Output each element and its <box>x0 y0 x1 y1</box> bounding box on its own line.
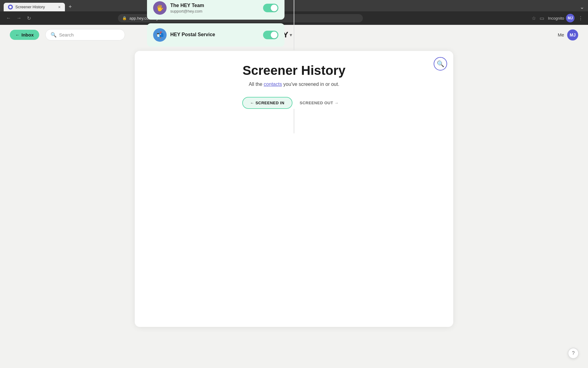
active-tab[interactable]: Screener History × <box>4 3 65 11</box>
tabs: ← SCREENED IN SCREENED OUT → <box>147 97 441 109</box>
contact-info-heyteam: The HEY Team support@hey.com <box>170 3 259 13</box>
avatar-heyteam: 🖐️ <box>153 1 167 15</box>
help-icon: ? <box>572 351 575 356</box>
screened-in-column <box>147 109 294 133</box>
search-icon: 🔍 <box>51 32 57 38</box>
content-card: 🔍 Screener History All the contacts you'… <box>135 51 453 327</box>
incognito-label: Incognito <box>548 16 564 21</box>
tab-screened-out[interactable]: SCREENED OUT → <box>292 97 346 109</box>
contact-name: HEY Postal Service <box>170 32 259 37</box>
sidebar-icon[interactable]: ▭ <box>540 15 544 21</box>
timeline <box>147 109 441 133</box>
avatar-icon: 🖐️ <box>156 4 164 12</box>
page-subtitle: All the contacts you've screened in or o… <box>147 82 441 87</box>
contact-email: support@hey.com <box>170 9 259 13</box>
forward-button[interactable]: → <box>15 14 23 22</box>
toggle-postal[interactable] <box>263 31 278 39</box>
nav-right: Me MJ <box>558 29 578 40</box>
avatar-postal: 📬 <box>153 28 167 42</box>
toggle-heyteam[interactable] <box>263 4 278 12</box>
help-button[interactable]: ? <box>568 348 579 359</box>
app: ← Inbox 🔍 Search 🖐️ HEY ▾ Me MJ 🔍 Scr <box>0 25 588 368</box>
screened-in-list: LB Laura Belgray laura@talkingshrimp.com <box>147 0 294 50</box>
search-float-button[interactable]: 🔍 <box>434 57 447 71</box>
tab-favicon <box>8 5 13 10</box>
avatar-icon: 📬 <box>156 31 164 39</box>
main-content: 🔍 Screener History All the contacts you'… <box>0 45 588 333</box>
bookmark-icon[interactable]: ☆ <box>532 15 536 21</box>
two-col-content: LB Laura Belgray laura@talkingshrimp.com <box>147 0 441 50</box>
search-placeholder: Search <box>59 32 74 37</box>
reload-button[interactable]: ↻ <box>26 14 32 22</box>
toggle-knob <box>271 5 277 11</box>
screened-out-list: MMM Mr. Money Mustache newsletter@mrmone… <box>294 0 441 50</box>
screened-out-column <box>294 109 441 133</box>
tab-close-button[interactable]: × <box>58 5 61 10</box>
me-label: Me <box>558 32 564 37</box>
subtitle-suffix: you've screened in or out. <box>282 82 339 87</box>
user-initials: MJ <box>568 16 573 20</box>
user-avatar-small: MJ <box>566 14 575 22</box>
address-actions: ☆ ▭ Incognito MJ ⋮ <box>532 14 583 22</box>
contact-name: The HEY Team <box>170 3 259 8</box>
user-initials: MJ <box>570 33 575 37</box>
search-float-icon: 🔍 <box>437 60 444 67</box>
subtitle-prefix: All the <box>249 82 264 87</box>
tab-expand-icon: ⌄ <box>580 4 584 10</box>
tab-screened-in[interactable]: ← SCREENED IN <box>242 97 292 109</box>
timeline-content: Oct 17 LB Laura Belgray laur <box>147 0 441 50</box>
search-bar[interactable]: 🔍 Search <box>45 29 125 40</box>
incognito-button[interactable]: Incognito MJ <box>548 14 575 22</box>
inbox-button[interactable]: ← Inbox <box>10 30 39 40</box>
lock-icon: 🔒 <box>122 16 127 20</box>
tab-title: Screener History <box>15 5 45 9</box>
contact-info-postal: HEY Postal Service <box>170 32 259 38</box>
inbox-arrow-icon: ← <box>15 33 20 37</box>
contact-card-postal: 📬 HEY Postal Service <box>147 23 285 47</box>
contact-card-heyteam: 🖐️ The HEY Team support@hey.com <box>147 0 285 20</box>
timeline-divider <box>294 109 294 133</box>
new-tab-button[interactable]: + <box>66 2 74 11</box>
contacts-link[interactable]: contacts <box>264 82 282 87</box>
inbox-label: Inbox <box>21 32 34 37</box>
toggle-knob <box>271 32 277 38</box>
user-avatar[interactable]: MJ <box>567 29 578 40</box>
menu-icon[interactable]: ⋮ <box>578 15 583 21</box>
back-button[interactable]: ← <box>5 14 12 22</box>
svg-point-0 <box>9 6 12 8</box>
page-title: Screener History <box>147 63 441 78</box>
